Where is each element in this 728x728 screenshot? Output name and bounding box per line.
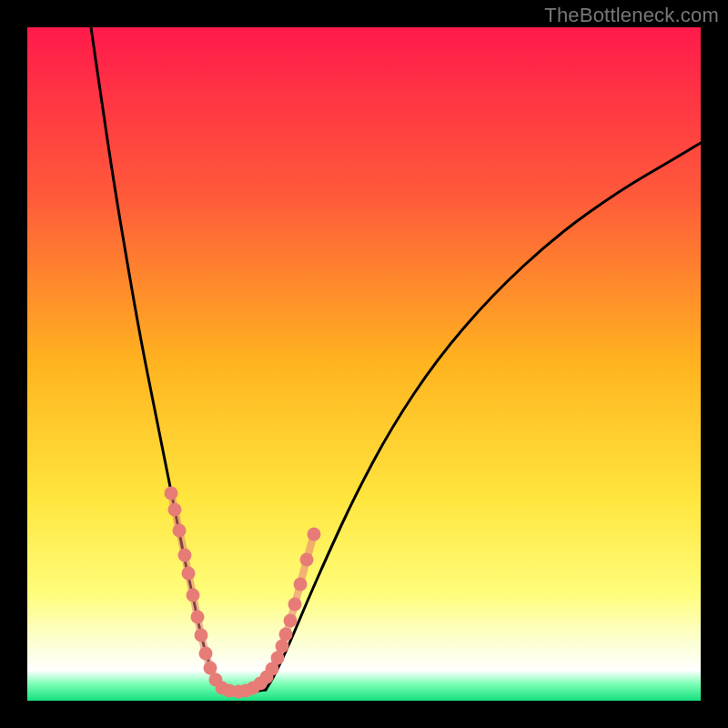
left-overlay-dots-seg xyxy=(222,688,229,691)
right-overlay-dots-seg xyxy=(307,534,314,560)
plot-area xyxy=(27,27,701,701)
series-right-branch xyxy=(266,143,701,690)
watermark-text: TheBottleneck.com xyxy=(544,4,719,27)
chart-frame: TheBottleneck.com xyxy=(0,0,728,728)
chart-canvas xyxy=(27,27,701,701)
left-overlay-dots-seg xyxy=(179,531,185,555)
series-left-branch xyxy=(91,27,222,690)
